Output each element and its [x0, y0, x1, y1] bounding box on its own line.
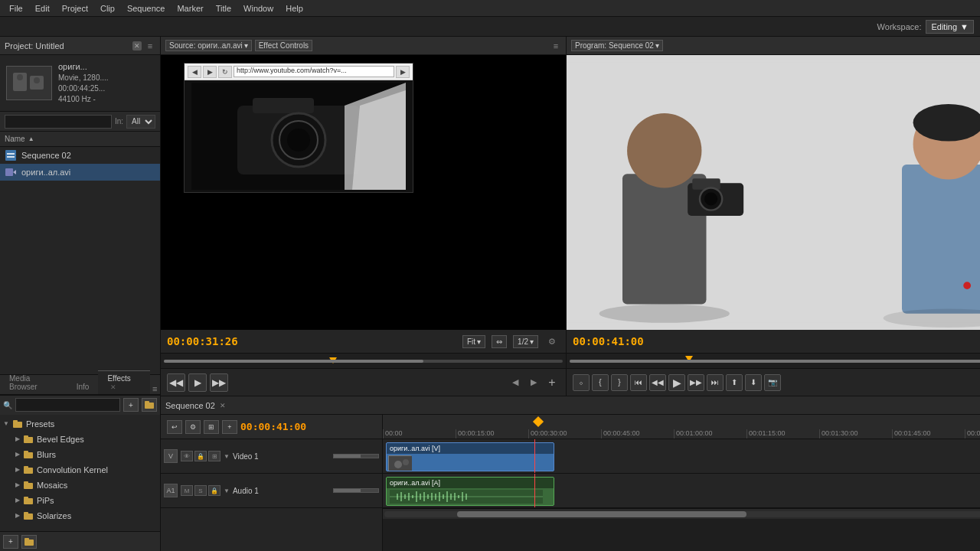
source-extra-right-button[interactable]: ▶: [526, 375, 541, 390]
audio-track-volume-bar[interactable]: [333, 488, 379, 493]
menu-window[interactable]: Window: [237, 2, 279, 15]
effects-new-button[interactable]: +: [123, 398, 139, 412]
source-scrubber[interactable]: [161, 353, 566, 368]
timeline-scroll-thumb[interactable]: [457, 511, 746, 517]
program-mark-clip-button[interactable]: }: [611, 374, 628, 391]
list-item[interactable]: ориги..ал.avi: [0, 164, 160, 181]
menu-help[interactable]: Help: [279, 2, 309, 15]
timeline-horizontal-scrollbar[interactable]: [383, 508, 980, 519]
menu-edit[interactable]: Edit: [29, 2, 56, 15]
menu-title[interactable]: Title: [210, 2, 237, 15]
project-panel-close-button[interactable]: ✕: [132, 41, 142, 51]
tab-info[interactable]: Info: [67, 379, 99, 394]
program-mark-out-button[interactable]: {: [592, 374, 609, 391]
in-select[interactable]: All: [126, 115, 155, 129]
video-track-collapse-button[interactable]: ⊞: [208, 451, 220, 461]
source-fit-dropdown[interactable]: Fit ▾: [462, 335, 485, 348]
project-clip-info: ориги... Movie, 1280.... 00:00:44:25... …: [58, 61, 109, 105]
audio-track-solo-button[interactable]: S: [194, 485, 207, 496]
fx-category-bevel[interactable]: ▶ Bevel Edges: [0, 432, 160, 447]
browser-url-bar[interactable]: http://www.youtube.com/watch?v=...: [234, 66, 394, 77]
program-scrubber[interactable]: [567, 353, 980, 368]
ruler-mark-1: 00:00:15:00: [456, 429, 528, 439]
effects-panel-menu-button[interactable]: ≡: [150, 383, 160, 394]
audio-track-expand-icon[interactable]: ▼: [224, 487, 230, 494]
fx-category-convolution[interactable]: ▶ Convolution Kernel: [0, 462, 160, 478]
fx-category-blurs[interactable]: ▶ Blurs: [0, 447, 160, 462]
video-track-volume-bar[interactable]: [333, 454, 379, 458]
source-step-back-button[interactable]: ◀◀: [167, 373, 185, 392]
program-mark-in-button[interactable]: ⬦: [573, 374, 590, 391]
video-track-lock-button[interactable]: 🔒: [194, 451, 207, 461]
source-add-button[interactable]: +: [544, 375, 560, 390]
video-track-enable-button[interactable]: 👁: [181, 451, 193, 461]
program-extract-button[interactable]: ⬇: [745, 374, 762, 391]
audio-track-controls: M S 🔒: [181, 485, 220, 496]
mosaics-folder-icon: [23, 481, 34, 490]
source-extra-left-button[interactable]: ◀: [508, 375, 523, 390]
menu-clip[interactable]: Clip: [94, 2, 121, 15]
timeline-settings-button[interactable]: ⚙: [185, 420, 201, 434]
program-step-fwd-button[interactable]: ▶▶: [688, 374, 704, 391]
program-scrubber-track[interactable]: [570, 360, 980, 363]
timeline-add-button[interactable]: +: [222, 420, 237, 434]
browser-go-button[interactable]: ▶: [396, 66, 410, 78]
video-clip-block[interactable]: ориги..ал.avi [V]: [386, 442, 554, 471]
timeline-snap-button[interactable]: ⊞: [204, 420, 219, 434]
svg-rect-21: [24, 481, 28, 484]
project-panel-menu-button[interactable]: ≡: [145, 41, 155, 51]
effects-new-bin-button[interactable]: +: [3, 535, 18, 549]
source-monitor-menu-button[interactable]: ≡: [550, 41, 561, 51]
audio-clip-block[interactable]: ориги..ал.avi [A]: [386, 477, 554, 506]
timeline-ruler[interactable]: 00:00 00:00:15:00 00:00:30:00 00:00:45:0…: [383, 415, 980, 439]
effects-folder-open-button[interactable]: [21, 535, 37, 549]
source-tab-dropdown[interactable]: Source: ориги..ал.avi ▾: [165, 40, 252, 51]
menu-file[interactable]: File: [3, 2, 29, 15]
fx-category-pips[interactable]: ▶ PiPs: [0, 493, 160, 508]
program-monitor-dropdown[interactable]: Program: Sequence 02 ▾: [571, 40, 663, 51]
timeline-scroll-track[interactable]: [384, 511, 980, 517]
source-play-button[interactable]: ▶: [188, 373, 207, 392]
menu-marker[interactable]: Marker: [171, 2, 209, 15]
fx-category-presets[interactable]: ▼ Presets: [0, 416, 160, 432]
source-quality-dropdown[interactable]: 1/2 ▾: [513, 335, 538, 348]
browser-back-button[interactable]: ◀: [188, 66, 201, 78]
browser-refresh-button[interactable]: ↻: [218, 66, 232, 78]
source-step-fwd-button[interactable]: ▶▶: [210, 373, 228, 392]
program-step-back-button[interactable]: ◀◀: [649, 374, 666, 391]
program-goto-in-button[interactable]: ⏮: [630, 374, 647, 391]
project-search-input[interactable]: [5, 115, 112, 129]
effect-controls-tab[interactable]: Effect Controls: [255, 40, 312, 51]
source-settings-button[interactable]: ⚙: [544, 334, 560, 349]
program-lift-button[interactable]: ⬆: [726, 374, 743, 391]
source-scrubber-track[interactable]: [164, 360, 563, 363]
browser-fwd-button[interactable]: ▶: [203, 66, 217, 78]
source-tab-label: Source: ориги..ал.avi: [169, 41, 243, 50]
audio-track-lock-button[interactable]: 🔒: [208, 485, 220, 496]
audio-track-mute-button[interactable]: M: [181, 485, 193, 496]
effects-search-input[interactable]: [15, 398, 120, 412]
fx-category-solarizes[interactable]: ▶ Solarizes: [0, 508, 160, 523]
program-camera-button[interactable]: 📷: [764, 374, 781, 391]
effects-tab-close-icon[interactable]: ✕: [110, 383, 116, 391]
menu-sequence[interactable]: Sequence: [121, 2, 172, 15]
audio-track-name: Audio 1: [233, 487, 259, 495]
svg-point-2: [17, 74, 23, 80]
program-play-button[interactable]: ▶: [668, 374, 685, 391]
ruler-mark-3: 00:00:45:00: [601, 429, 674, 439]
clip-name: ориги...: [58, 61, 109, 73]
list-item[interactable]: Sequence 02: [0, 147, 160, 164]
video-track-expand-icon[interactable]: ▼: [224, 453, 230, 460]
program-goto-out-button[interactable]: ⏭: [707, 374, 724, 391]
workspace-dropdown[interactable]: Editing ▼: [926, 20, 974, 34]
video-track-clips: ориги..ал.avi [V]: [383, 439, 980, 474]
fx-category-mosaics[interactable]: ▶ Mosaics: [0, 478, 160, 493]
tab-media-browser[interactable]: Media Browser: [0, 370, 67, 394]
menu-project[interactable]: Project: [56, 2, 94, 15]
effects-folder-button[interactable]: [142, 398, 157, 412]
audio-track-clips: ориги..ал.avi [A]: [383, 474, 980, 508]
timeline-tab-close-icon[interactable]: ✕: [220, 402, 226, 409]
tab-effects[interactable]: Effects ✕: [98, 370, 149, 394]
timeline-undo-button[interactable]: ↩: [167, 420, 182, 434]
source-resize-button[interactable]: ⇔: [492, 335, 507, 348]
